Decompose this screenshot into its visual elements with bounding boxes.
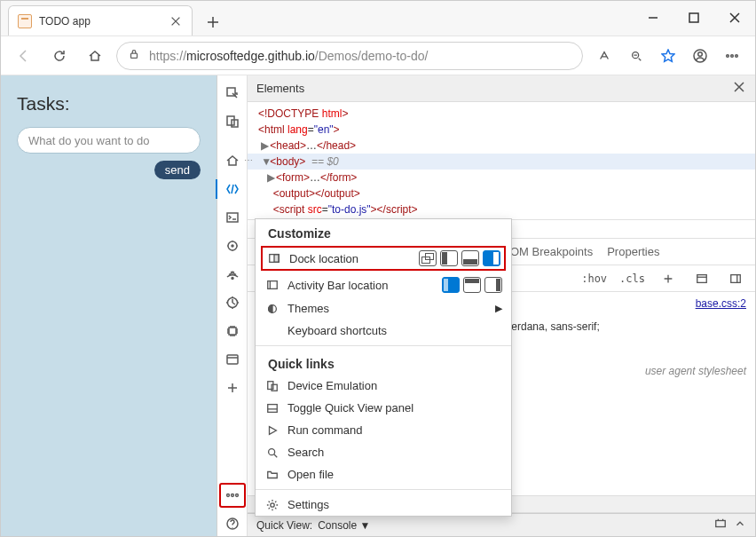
customize-heading: Customize bbox=[256, 219, 511, 244]
device-emulation-row[interactable]: Device Emulation bbox=[256, 375, 511, 397]
svg-point-6 bbox=[731, 54, 734, 57]
open-file-row[interactable]: Open file bbox=[256, 463, 511, 486]
tab-title: TODO app bbox=[39, 15, 91, 28]
profile-button[interactable] bbox=[686, 42, 714, 70]
help-button[interactable] bbox=[219, 511, 246, 536]
elements-tool-button[interactable] bbox=[219, 177, 246, 201]
lock-icon bbox=[128, 48, 140, 63]
quick-view-label: Quick View: bbox=[256, 519, 312, 532]
page-heading: Tasks: bbox=[17, 93, 201, 115]
cls-toggle[interactable]: .cls bbox=[616, 271, 649, 287]
hov-toggle[interactable]: :hov bbox=[578, 271, 610, 287]
dock-icon bbox=[266, 252, 282, 265]
svg-point-20 bbox=[235, 494, 238, 497]
customize-devtools-button[interactable] bbox=[219, 483, 246, 508]
activity-bar-top-button[interactable] bbox=[463, 277, 481, 293]
dock-left-button[interactable] bbox=[440, 250, 458, 266]
dock-location-row[interactable]: Dock location bbox=[261, 246, 506, 271]
svg-rect-11 bbox=[227, 213, 238, 222]
themes-label: Themes bbox=[287, 302, 488, 315]
selected-node-marker: == $0 bbox=[311, 155, 339, 168]
themes-row[interactable]: Themes ▶ bbox=[256, 297, 511, 320]
devtools-close-button[interactable] bbox=[732, 80, 746, 97]
performance-tool-button[interactable] bbox=[219, 290, 246, 315]
subtab-dom-breakpoints[interactable]: OM Breakpoints bbox=[510, 245, 593, 258]
issues-button[interactable] bbox=[714, 517, 727, 533]
keyboard-shortcuts-row[interactable]: Keyboard shortcuts bbox=[256, 320, 511, 342]
svg-rect-22 bbox=[697, 274, 707, 282]
new-style-rule-button[interactable] bbox=[654, 265, 682, 293]
search-row[interactable]: Search bbox=[256, 441, 511, 463]
reading-mode-button[interactable] bbox=[590, 42, 618, 70]
svg-rect-29 bbox=[268, 381, 273, 389]
window-close-button[interactable] bbox=[714, 4, 755, 32]
sources-tool-button[interactable] bbox=[219, 233, 246, 258]
zoom-button[interactable] bbox=[622, 42, 650, 70]
svg-point-4 bbox=[698, 51, 703, 56]
nav-back-button[interactable] bbox=[10, 42, 38, 70]
svg-point-5 bbox=[727, 54, 729, 57]
favorite-button[interactable] bbox=[654, 42, 682, 70]
more-tools-button[interactable] bbox=[219, 375, 246, 400]
device-toggle-button[interactable] bbox=[219, 109, 246, 134]
send-button[interactable]: send bbox=[154, 161, 201, 179]
subtab-properties[interactable]: Properties bbox=[607, 245, 659, 258]
window-minimize-button[interactable] bbox=[633, 4, 673, 32]
network-tool-button[interactable] bbox=[219, 262, 246, 287]
overflow-menu-button[interactable] bbox=[718, 42, 746, 70]
favicon-icon bbox=[18, 14, 32, 28]
memory-tool-button[interactable] bbox=[219, 319, 246, 344]
svg-point-32 bbox=[269, 448, 275, 454]
toggle-sidebar-button[interactable] bbox=[721, 265, 750, 293]
search-label: Search bbox=[287, 446, 502, 459]
dock-bottom-button[interactable] bbox=[461, 250, 479, 266]
devtools-panel-title: Elements bbox=[256, 82, 304, 95]
svg-rect-24 bbox=[716, 521, 726, 527]
css-fragment: Verdana, sans-serif; bbox=[505, 320, 600, 333]
customize-popup: Customize Dock location Activity Bar loc… bbox=[255, 218, 512, 517]
settings-row[interactable]: Settings bbox=[256, 494, 511, 516]
dom-tree[interactable]: <!DOCTYPE html> <html lang="en"> ▶<head>… bbox=[248, 102, 755, 219]
activity-bar-location-label: Activity Bar location bbox=[287, 279, 435, 292]
browser-tab-bar: TODO app bbox=[1, 1, 755, 36]
css-source-link[interactable]: base.css:2 bbox=[696, 297, 746, 310]
search-icon bbox=[264, 446, 280, 459]
address-bar: https://microsoftedge.github.io/Demos/de… bbox=[1, 36, 755, 75]
keyboard-shortcuts-label: Keyboard shortcuts bbox=[287, 324, 502, 337]
quick-links-heading: Quick links bbox=[256, 350, 511, 375]
quick-view-expand-button[interactable] bbox=[734, 517, 746, 533]
url-input[interactable]: https://microsoftedge.github.io/Demos/de… bbox=[116, 42, 583, 70]
welcome-tool-button[interactable] bbox=[219, 148, 246, 173]
browser-tab[interactable]: TODO app bbox=[8, 5, 193, 36]
svg-rect-9 bbox=[227, 116, 234, 125]
themes-icon bbox=[264, 303, 280, 315]
run-command-label: Run command bbox=[287, 423, 502, 437]
new-tab-button[interactable] bbox=[200, 9, 226, 36]
activity-bar-left-button[interactable] bbox=[442, 277, 460, 293]
svg-rect-1 bbox=[131, 53, 138, 58]
toggle-quickview-label: Toggle Quick View panel bbox=[287, 401, 502, 415]
computed-styles-button[interactable] bbox=[688, 265, 716, 293]
toggle-quickview-row[interactable]: Toggle Quick View panel bbox=[256, 397, 511, 419]
dock-right-button[interactable] bbox=[483, 250, 500, 266]
svg-rect-23 bbox=[731, 274, 741, 282]
dock-undock-button[interactable] bbox=[419, 250, 437, 266]
toggle-quickview-icon bbox=[264, 402, 280, 415]
quick-view-selector[interactable]: Console ▼ bbox=[318, 519, 370, 532]
todo-input[interactable]: What do you want to do bbox=[17, 127, 201, 154]
svg-point-19 bbox=[231, 494, 233, 497]
activity-bar-right-button[interactable] bbox=[484, 277, 502, 293]
nav-refresh-button[interactable] bbox=[45, 42, 74, 70]
activity-bar-location-row[interactable]: Activity Bar location bbox=[256, 272, 511, 297]
dock-location-label: Dock location bbox=[289, 252, 412, 265]
nav-home-button[interactable] bbox=[81, 42, 109, 70]
rendered-page: Tasks: What do you want to do send bbox=[1, 75, 217, 536]
window-maximize-button[interactable] bbox=[673, 4, 714, 32]
svg-rect-16 bbox=[229, 328, 236, 335]
inspect-element-button[interactable] bbox=[219, 81, 246, 106]
open-file-label: Open file bbox=[287, 468, 502, 481]
run-command-row[interactable]: Run command bbox=[256, 419, 511, 441]
application-tool-button[interactable] bbox=[219, 347, 246, 372]
console-tool-button[interactable] bbox=[219, 205, 246, 230]
tab-close-button[interactable] bbox=[169, 14, 183, 28]
